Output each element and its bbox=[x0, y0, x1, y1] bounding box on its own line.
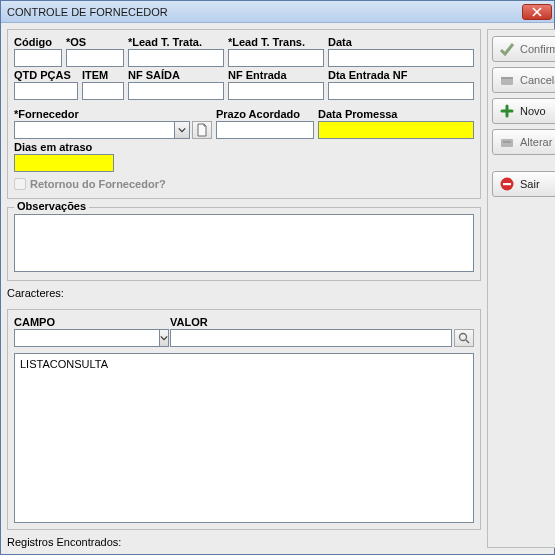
button-panel: Confirmar Cancelar Novo Alterar Sair bbox=[487, 29, 555, 548]
filter-fieldset: CAMPO VALOR bbox=[7, 309, 481, 530]
data-label: Data bbox=[328, 36, 474, 48]
lead-trans-input[interactable] bbox=[228, 49, 324, 67]
nf-entrada-input[interactable] bbox=[228, 82, 324, 100]
search-button[interactable] bbox=[454, 329, 474, 347]
data-promessa-label: Data Promessa bbox=[318, 108, 474, 120]
lead-trata-label: *Lead T. Trata. bbox=[128, 36, 224, 48]
data-input[interactable] bbox=[328, 49, 474, 67]
close-icon bbox=[532, 7, 542, 17]
chevron-down-icon bbox=[160, 334, 168, 342]
codigo-input[interactable] bbox=[14, 49, 62, 67]
alterar-label: Alterar bbox=[520, 136, 552, 148]
campo-label: CAMPO bbox=[14, 316, 164, 328]
cancelar-button[interactable]: Cancelar bbox=[492, 67, 555, 93]
sair-label: Sair bbox=[520, 178, 540, 190]
novo-label: Novo bbox=[520, 105, 546, 117]
lead-trata-input[interactable] bbox=[128, 49, 224, 67]
dta-entrada-nf-label: Dta Entrada NF bbox=[328, 69, 474, 81]
item-label: ITEM bbox=[82, 69, 124, 81]
svg-rect-3 bbox=[501, 139, 513, 147]
svg-line-1 bbox=[466, 340, 469, 343]
campo-dropdown-button[interactable] bbox=[159, 329, 169, 347]
chevron-down-icon bbox=[178, 126, 186, 134]
form-row-1: Código *OS *Lead T. Trata. *Lead T. Tran… bbox=[14, 36, 474, 67]
retornou-label: Retornou do Fornecedor? bbox=[30, 178, 166, 190]
content-area: Código *OS *Lead T. Trata. *Lead T. Tran… bbox=[1, 23, 554, 554]
left-column: Código *OS *Lead T. Trata. *Lead T. Tran… bbox=[7, 29, 481, 548]
close-button[interactable] bbox=[522, 4, 552, 20]
registros-label: Registros Encontrados: bbox=[7, 536, 481, 548]
edit-icon bbox=[499, 134, 515, 150]
fornecedor-label: *Fornecedor bbox=[14, 108, 212, 120]
campo-input[interactable] bbox=[14, 329, 159, 347]
form-row-2: QTD PÇAS ITEM NF SAÍDA NF Entrada Dta En… bbox=[14, 69, 474, 100]
valor-label: VALOR bbox=[170, 316, 474, 328]
os-label: *OS bbox=[66, 36, 124, 48]
codigo-label: Código bbox=[14, 36, 62, 48]
item-input[interactable] bbox=[82, 82, 124, 100]
prazo-acordado-input[interactable] bbox=[216, 121, 314, 139]
qtd-pcas-input[interactable] bbox=[14, 82, 78, 100]
nf-entrada-label: NF Entrada bbox=[228, 69, 324, 81]
titlebar: CONTROLE DE FORNECEDOR bbox=[1, 1, 554, 23]
observacoes-textarea[interactable] bbox=[14, 214, 474, 272]
svg-point-0 bbox=[460, 334, 467, 341]
form-row-3: *Fornecedor Prazo Acordado Data bbox=[14, 108, 474, 139]
window-title: CONTROLE DE FORNECEDOR bbox=[7, 6, 168, 18]
plus-icon bbox=[499, 103, 515, 119]
cancel-icon bbox=[499, 72, 515, 88]
qtd-pcas-label: QTD PÇAS bbox=[14, 69, 78, 81]
dta-entrada-nf-input[interactable] bbox=[328, 82, 474, 100]
form-row-4: Dias em atraso bbox=[14, 141, 474, 172]
nf-saida-label: NF SAÍDA bbox=[128, 69, 224, 81]
caracteres-label: Caracteres: bbox=[7, 287, 481, 299]
document-icon bbox=[196, 123, 208, 137]
svg-rect-5 bbox=[503, 183, 511, 185]
confirmar-button[interactable]: Confirmar bbox=[492, 36, 555, 62]
fornecedor-lookup-button[interactable] bbox=[192, 121, 212, 139]
window-frame: CONTROLE DE FORNECEDOR Código *OS *Lead … bbox=[0, 0, 555, 555]
fornecedor-dropdown-button[interactable] bbox=[174, 121, 190, 139]
list-header: LISTACONSULTA bbox=[20, 358, 108, 370]
novo-button[interactable]: Novo bbox=[492, 98, 555, 124]
cancelar-label: Cancelar bbox=[520, 74, 555, 86]
os-input[interactable] bbox=[66, 49, 124, 67]
observacoes-legend: Observações bbox=[14, 200, 89, 212]
prazo-acordado-label: Prazo Acordado bbox=[216, 108, 314, 120]
campo-combo[interactable] bbox=[14, 329, 164, 347]
form-panel: Código *OS *Lead T. Trata. *Lead T. Tran… bbox=[7, 29, 481, 199]
list-area[interactable]: LISTACONSULTA bbox=[14, 353, 474, 523]
confirm-icon bbox=[499, 41, 515, 57]
sair-button[interactable]: Sair bbox=[492, 171, 555, 197]
dias-em-atraso-input[interactable] bbox=[14, 154, 114, 172]
nf-saida-input[interactable] bbox=[128, 82, 224, 100]
valor-input[interactable] bbox=[170, 329, 452, 347]
dias-em-atraso-label: Dias em atraso bbox=[14, 141, 114, 153]
fornecedor-input[interactable] bbox=[14, 121, 174, 139]
confirmar-label: Confirmar bbox=[520, 43, 555, 55]
search-icon bbox=[458, 332, 470, 344]
alterar-button[interactable]: Alterar bbox=[492, 129, 555, 155]
exit-icon bbox=[499, 176, 515, 192]
retornou-checkbox[interactable] bbox=[14, 178, 26, 190]
fornecedor-combo[interactable] bbox=[14, 121, 190, 139]
filter-row: CAMPO VALOR bbox=[14, 316, 474, 347]
lead-trans-label: *Lead T. Trans. bbox=[228, 36, 324, 48]
observacoes-fieldset: Observações bbox=[7, 207, 481, 281]
retornou-row: Retornou do Fornecedor? bbox=[14, 178, 474, 190]
data-promessa-input[interactable] bbox=[318, 121, 474, 139]
